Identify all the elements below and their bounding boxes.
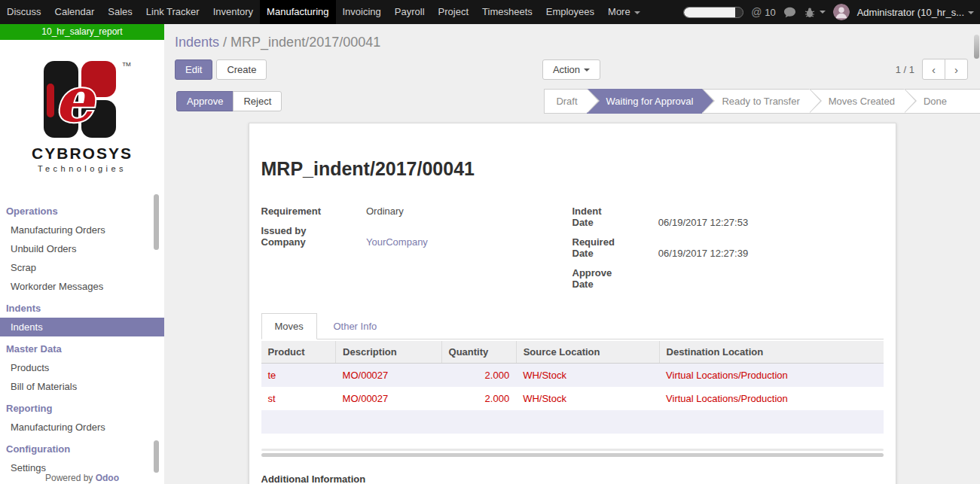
main-menu: Discuss Calendar Sales Link Tracker Inve…	[0, 0, 647, 24]
breadcrumb: Indents / MRP_indent/2017/00041	[175, 35, 968, 50]
menu-project[interactable]: Project	[432, 0, 475, 24]
cell-description[interactable]: MO/00027	[336, 364, 441, 388]
scrollbar-thumb[interactable]	[261, 453, 884, 457]
bug-icon[interactable]	[804, 7, 826, 18]
status-step-waiting-for-approval[interactable]: Waiting for Approval	[587, 89, 703, 114]
reject-button[interactable]: Reject	[233, 91, 282, 111]
field-value-requirement: Ordinary	[366, 205, 572, 225]
cell-product[interactable]: st	[261, 387, 336, 410]
window-title-banner: 10_hr_salary_report	[0, 24, 164, 40]
menu-sales[interactable]: Sales	[101, 0, 139, 24]
menu-timesheets[interactable]: Timesheets	[475, 0, 539, 24]
status-pipeline: Draft Waiting for Approval Ready to Tran…	[544, 89, 980, 114]
column-header-destination-location[interactable]: Destination Location	[659, 341, 883, 364]
edit-button[interactable]: Edit	[175, 59, 212, 80]
main-content: Indents / MRP_indent/2017/00041 Edit Cre…	[164, 24, 980, 484]
topbar: Discuss Calendar Sales Link Tracker Inve…	[0, 0, 980, 24]
menu-manufacturing[interactable]: Manufacturing	[260, 0, 335, 24]
powered-by-label: Powered by	[45, 473, 93, 483]
sidebar-scrollbar-thumb[interactable]	[154, 194, 159, 250]
menu-inventory[interactable]: Inventory	[206, 0, 260, 24]
avatar[interactable]	[833, 4, 850, 20]
cell-description[interactable]: MO/00027	[336, 387, 441, 410]
statusbar: Approve Reject Draft Waiting for Approva…	[164, 89, 980, 114]
sidebar-item-products[interactable]: Products	[0, 358, 164, 377]
pager-next-button[interactable]: ›	[945, 59, 968, 80]
cell-quantity[interactable]: 2.000	[441, 364, 516, 388]
cell-destination-location[interactable]: Virtual Locations/Production	[659, 387, 883, 410]
company-logo: e TM CYBROSYS Technologies	[0, 40, 164, 173]
caret-down-icon	[584, 68, 590, 72]
logo-subtitle: Technologies	[0, 164, 164, 173]
menu-discuss[interactable]: Discuss	[0, 0, 48, 24]
cell-destination-location[interactable]: Virtual Locations/Production	[659, 364, 883, 388]
field-label-issued-by-company: Issued by Company	[261, 225, 366, 256]
sidebar-item-manufacturing-orders[interactable]: Manufacturing Orders	[0, 221, 164, 239]
caret-down-icon	[820, 11, 826, 14]
tab-other-info[interactable]: Other Info	[319, 313, 390, 339]
menu-employees[interactable]: Employees	[539, 0, 601, 24]
mention-count: 10	[765, 7, 775, 18]
status-step-draft[interactable]: Draft	[544, 89, 586, 114]
column-header-source-location[interactable]: Source Location	[516, 341, 659, 364]
at-icon: @	[751, 6, 762, 18]
column-header-quantity[interactable]: Quantity	[441, 341, 516, 364]
tab-moves[interactable]: Moves	[261, 313, 317, 339]
sidebar-item-scrap[interactable]: Scrap	[0, 258, 164, 277]
user-menu[interactable]: Administrator (10_hr_s...	[857, 7, 974, 18]
messages-icon[interactable]	[783, 7, 796, 18]
column-header-description[interactable]: Description	[336, 341, 441, 364]
sidebar-item-bill-of-materials[interactable]: Bill of Materials	[0, 377, 164, 396]
record-title: MRP_indent/2017/00041	[261, 158, 884, 180]
cell-quantity[interactable]: 2.000	[441, 387, 516, 410]
breadcrumb-indents[interactable]: Indents	[175, 35, 219, 50]
caret-down-icon	[968, 11, 974, 14]
sidebar-nav: Operations Manufacturing Orders Unbuild …	[0, 199, 164, 477]
column-header-product[interactable]: Product	[261, 341, 336, 364]
table-row[interactable]: te MO/00027 2.000 WH/Stock Virtual Locat…	[261, 364, 884, 388]
approve-button[interactable]: Approve	[176, 91, 234, 111]
caret-down-icon	[634, 11, 640, 14]
section-indents: Indents	[0, 296, 164, 318]
table-row[interactable]: st MO/00027 2.000 WH/Stock Virtual Locat…	[261, 387, 884, 410]
sidebar-item-workorder-messages[interactable]: Workorder Messages	[0, 277, 164, 296]
pager-value: 1 / 1	[896, 64, 914, 75]
cell-product[interactable]: te	[261, 364, 336, 388]
sidebar-item-unbuild-orders[interactable]: Unbuild Orders	[0, 239, 164, 258]
action-dropdown[interactable]: Action	[542, 59, 600, 80]
menu-payroll[interactable]: Payroll	[388, 0, 432, 24]
empty-cell	[261, 410, 884, 434]
sidebar-item-reporting-manufacturing-orders[interactable]: Manufacturing Orders	[0, 418, 164, 437]
field-value-issued-by-company[interactable]: YourCompany	[366, 225, 572, 256]
field-groups: Requirement Ordinary Issued by Company Y…	[261, 205, 884, 298]
field-label-indent-date: Indent Date	[572, 205, 658, 236]
pager-previous-button[interactable]: ‹	[922, 59, 945, 80]
menu-more[interactable]: More	[601, 0, 647, 24]
powered-by: Powered by Odoo	[0, 473, 164, 483]
horizontal-scrollbar	[261, 449, 884, 457]
timer-progress-bar[interactable]	[683, 7, 743, 18]
create-button[interactable]: Create	[216, 59, 267, 80]
form-sheet: MRP_indent/2017/00041 Requirement Ordina…	[249, 123, 896, 484]
vertical-scrollbar-thumb[interactable]	[974, 35, 979, 59]
menu-calendar[interactable]: Calendar	[48, 0, 102, 24]
logo-title: CYBROSYS	[0, 145, 164, 163]
mentions-counter[interactable]: @ 10	[751, 6, 775, 18]
odoo-link[interactable]: Odoo	[96, 473, 119, 483]
breadcrumb-current: MRP_indent/2017/00041	[230, 35, 380, 50]
cell-source-location[interactable]: WH/Stock	[516, 387, 659, 410]
menu-link-tracker[interactable]: Link Tracker	[139, 0, 206, 24]
cell-source-location[interactable]: WH/Stock	[516, 364, 659, 388]
scrollbar-track	[261, 449, 884, 451]
sidebar: 10_hr_salary_report e TM CYBROSYS Techno…	[0, 24, 164, 484]
section-configuration: Configuration	[0, 437, 164, 458]
status-step-ready-to-transfer[interactable]: Ready to Transfer	[702, 89, 808, 114]
menu-more-label: More	[608, 6, 630, 17]
field-value-required-date: 06/19/2017 12:27:39	[658, 236, 884, 267]
status-step-moves-created[interactable]: Moves Created	[809, 89, 904, 114]
section-operations: Operations	[0, 199, 164, 221]
control-panel: Indents / MRP_indent/2017/00041 Edit Cre…	[164, 24, 980, 80]
sidebar-item-indents[interactable]: Indents	[0, 318, 164, 336]
menu-invoicing[interactable]: Invoicing	[336, 0, 388, 24]
sidebar-scrollbar-thumb[interactable]	[154, 440, 159, 473]
